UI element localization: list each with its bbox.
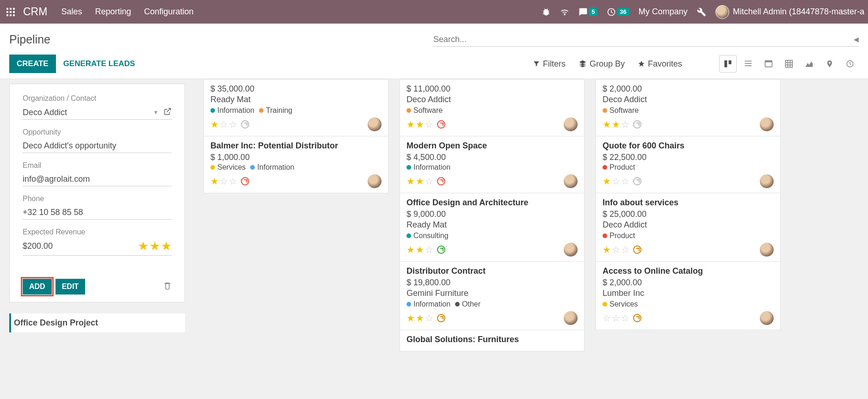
kanban-card[interactable]: $ 35,000.00Ready MatInformationTraining★… [203,79,388,136]
star-icon[interactable]: ☆ [425,244,433,255]
qc-phone-input[interactable] [23,208,172,217]
activity-clock-icon[interactable] [437,314,445,322]
priority-stars[interactable]: ★★☆ [406,119,445,130]
star-icon[interactable]: ★ [406,313,415,324]
priority-stars[interactable]: ☆☆☆ [603,313,641,324]
star-icon[interactable]: ★ [603,119,611,130]
star-icon[interactable]: ☆ [612,244,620,255]
star-icon[interactable]: ☆ [425,176,433,187]
kanban-card[interactable]: $ 2,000.00Deco AddictSoftware★★☆ [596,79,781,136]
qc-priority-stars[interactable]: ★ ★ ★ [138,239,172,253]
priority-stars[interactable]: ★☆☆ [603,176,641,187]
star-icon[interactable]: ★ [416,313,424,324]
activity-clock-icon[interactable] [437,177,445,185]
kanban-card-below[interactable]: Office Design Project [9,313,185,332]
star-icon[interactable]: ★ [406,119,415,130]
view-kanban-button[interactable] [719,55,737,73]
star-icon[interactable]: ☆ [621,119,629,130]
debug-tools-icon[interactable] [697,7,706,17]
star-icon[interactable]: ★ [406,176,415,187]
qc-revenue-input[interactable] [23,241,132,251]
view-calendar-button[interactable] [760,55,777,73]
messages-icon[interactable]: 5 [579,7,597,17]
external-link-icon[interactable] [163,107,172,117]
star-icon[interactable]: ☆ [621,313,629,324]
qc-opp-input[interactable] [23,141,172,151]
kanban-card[interactable]: Access to Online Catalog$ 2,000.00Lumber… [596,262,781,330]
activity-clock-icon[interactable] [241,177,249,185]
star-icon[interactable]: ★ [149,239,160,253]
view-activity-button[interactable] [841,55,859,73]
kanban-card[interactable]: Office Design and Architecture$ 9,000.00… [400,193,585,262]
priority-stars[interactable]: ★☆☆ [210,176,249,187]
star-icon[interactable]: ☆ [220,176,228,187]
star-icon[interactable]: ★ [406,244,415,255]
activity-clock-icon[interactable] [437,246,445,254]
menu-reporting[interactable]: Reporting [95,7,131,17]
generate-leads-button[interactable]: GENERATE LEADS [56,55,143,73]
dropdown-caret-icon[interactable]: ▼ [153,109,159,116]
company-switcher[interactable]: My Company [639,7,688,17]
activity-clock-icon[interactable] [633,177,641,185]
star-icon[interactable]: ★ [210,176,219,187]
edit-button[interactable]: EDIT [55,279,85,295]
star-icon[interactable]: ☆ [621,244,629,255]
add-button[interactable]: ADD [23,279,52,295]
kanban-card[interactable]: Modern Open Space$ 4,500.00Information★★… [400,136,585,193]
create-button[interactable]: CREATE [9,55,56,73]
priority-stars[interactable]: ★☆☆ [210,119,249,130]
star-icon[interactable]: ★ [161,239,172,253]
favorites-button[interactable]: Favorites [638,59,682,69]
view-graph-button[interactable] [800,55,818,73]
star-icon[interactable]: ☆ [220,119,228,130]
kanban-card[interactable]: Balmer Inc: Potential Distributor$ 1,000… [203,136,388,193]
star-icon[interactable]: ☆ [229,119,237,130]
brand-label[interactable]: CRM [23,6,47,18]
star-icon[interactable]: ☆ [612,176,620,187]
menu-sales[interactable]: Sales [61,7,82,17]
star-icon[interactable]: ★ [210,119,219,130]
activity-clock-icon[interactable] [437,120,445,129]
priority-stars[interactable]: ★★☆ [406,176,445,187]
kanban-card[interactable]: $ 11,000.00Deco AddictSoftware★★☆ [400,79,585,136]
groupby-button[interactable]: Group By [579,59,625,69]
bug-icon[interactable] [542,7,551,17]
star-icon[interactable]: ☆ [612,313,620,324]
star-icon[interactable]: ★ [416,244,424,255]
star-icon[interactable]: ☆ [621,176,629,187]
search-expand-icon[interactable]: ◀ [854,36,859,43]
kanban-card[interactable]: Global Solutions: Furnitures [400,330,585,351]
priority-stars[interactable]: ★★☆ [406,244,445,255]
search-input[interactable] [433,35,854,44]
phone-icon[interactable] [560,7,569,17]
activities-icon[interactable]: 36 [607,7,629,17]
menu-configuration[interactable]: Configuration [144,7,193,17]
priority-stars[interactable]: ★☆☆ [603,244,641,255]
apps-icon[interactable] [4,5,18,19]
star-icon[interactable]: ★ [603,244,611,255]
star-icon[interactable]: ☆ [229,176,237,187]
activity-clock-icon[interactable] [241,120,249,129]
filters-button[interactable]: Filters [533,59,566,69]
star-icon[interactable]: ☆ [425,119,433,130]
star-icon[interactable]: ★ [416,176,424,187]
priority-stars[interactable]: ★★☆ [603,119,641,130]
view-pivot-button[interactable] [780,55,798,73]
activity-clock-icon[interactable] [633,246,641,254]
star-icon[interactable]: ☆ [425,313,433,324]
activity-clock-icon[interactable] [633,120,641,129]
star-icon[interactable]: ☆ [603,313,611,324]
activity-clock-icon[interactable] [633,314,641,322]
view-list-button[interactable] [739,55,757,73]
priority-stars[interactable]: ★★☆ [406,313,445,324]
qc-email-input[interactable] [23,174,172,184]
view-map-button[interactable] [821,55,838,73]
trash-icon[interactable] [163,282,172,292]
qc-org-input[interactable] [23,108,151,117]
star-icon[interactable]: ★ [416,119,424,130]
star-icon[interactable]: ★ [603,176,611,187]
kanban-card[interactable]: Distributor Contract$ 19,800.00Gemini Fu… [400,262,585,330]
kanban-card[interactable]: Info about services$ 25,000.00Deco Addic… [596,193,781,262]
user-menu[interactable]: Mitchell Admin (18447878-master-a [715,5,864,19]
star-icon[interactable]: ★ [612,119,620,130]
